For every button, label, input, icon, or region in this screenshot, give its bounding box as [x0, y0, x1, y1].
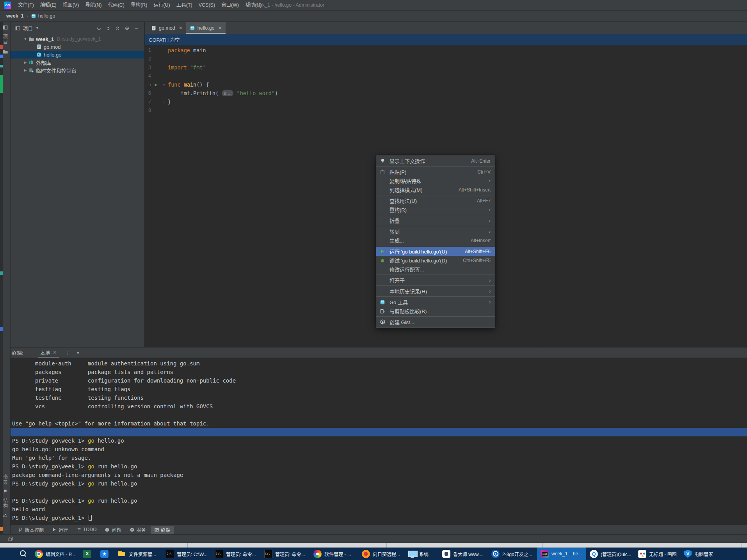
context-menu-item[interactable]: 折叠›	[376, 216, 495, 225]
fold-close-icon[interactable]: ▵	[161, 100, 166, 104]
chevron-collapsed-icon[interactable]: ▶	[22, 60, 28, 64]
chevron-down-icon[interactable]: ▼	[36, 26, 39, 30]
terminal-cursor[interactable]	[89, 515, 92, 521]
context-menu-item[interactable]: 与剪贴板比较(B)	[376, 307, 495, 315]
menubar-item[interactable]: 代码(C)	[105, 0, 128, 10]
submenu-arrow-icon: ›	[489, 207, 491, 213]
context-menu-item[interactable]: 转到›	[376, 227, 495, 236]
desktop-sliver	[0, 22, 3, 534]
taskbar-item-star[interactable]	[97, 548, 114, 560]
terminal-line: testfunc testing functions	[11, 393, 747, 402]
context-menu-item[interactable]: 调试 'go build hello.go'(D)Ctrl+Shift+F5	[376, 256, 495, 265]
terminal-tab-local[interactable]: 本地 ✕	[38, 347, 59, 358]
project-tool-icon[interactable]	[3, 25, 8, 30]
context-menu-item[interactable]: 显示上下文操作Alt+Enter	[376, 156, 495, 165]
tree-row-临时文件和控制台[interactable]: ▶临时文件和控制台	[11, 66, 144, 74]
menubar-item[interactable]: 文件(F)	[15, 0, 37, 10]
close-icon[interactable]: ✕	[179, 25, 183, 31]
taskbar-item-start[interactable]	[0, 548, 16, 560]
chevron-collapsed-icon[interactable]: ▶	[22, 68, 28, 72]
context-menu-item[interactable]: 生成...Alt+Insert	[376, 236, 495, 245]
context-menu-item[interactable]: 复制/粘贴特殊›	[376, 176, 495, 185]
dropdown-icon[interactable]: ▾	[77, 350, 80, 356]
taskbar-item-无标题 - 画图[interactable]: 无标题 - 画图	[635, 548, 681, 560]
menubar-item[interactable]: 导航(N)	[82, 0, 105, 10]
menubar-item[interactable]: 视图(V)	[60, 0, 82, 10]
taskbar-item-2-3go开发之...[interactable]: 2-3go开发之...	[488, 548, 537, 560]
menubar-item[interactable]: 运行(U)	[150, 0, 173, 10]
menubar-item[interactable]: 编辑(E)	[37, 0, 60, 10]
taskbar-item-管理员: C:\W...[interactable]: 管理员: C:\W...	[162, 548, 212, 560]
close-icon[interactable]: ✕	[53, 350, 57, 355]
tree-row-hello.go[interactable]: hello.go	[11, 51, 144, 58]
stripe-item-结构[interactable]: 结构	[2, 498, 9, 509]
context-menu-item[interactable]: 运行 'go build hello.go'(U)Alt+Shift+F6	[376, 247, 495, 256]
editor-gutter: 5▶▿	[145, 80, 167, 89]
context-menu-item[interactable]: 打开于›	[376, 276, 495, 285]
menubar-item[interactable]: VCS(S)	[196, 0, 218, 10]
code-segment: )	[275, 90, 278, 96]
hide-icon[interactable]	[134, 26, 139, 31]
taskbar-item-向日葵远程...[interactable]: 向日葵远程...	[358, 548, 404, 560]
stripe-project-label[interactable]: 项目	[2, 34, 9, 45]
stripe-item-书签[interactable]: 书签	[2, 474, 9, 485]
tree-row-go.mod[interactable]: go.mod	[11, 43, 144, 51]
context-menu-item[interactable]: 本地历史记录(H)›	[376, 287, 495, 296]
restore-windows-icon[interactable]	[8, 536, 13, 542]
menubar-item[interactable]: 重构(R)	[128, 0, 150, 10]
context-menu-item[interactable]: Go 工具›	[376, 298, 495, 307]
taskbar-item-excel[interactable]	[80, 548, 97, 560]
terminal-text: hello.go	[94, 438, 124, 444]
taskbar-item-文件资源管...[interactable]: 文件资源管...	[114, 548, 162, 560]
menu-item-label: 本地历史记录(H)	[390, 287, 481, 295]
editor-tab-go.mod[interactable]: go.mod✕	[148, 22, 186, 34]
context-menu-item[interactable]: 重构(R)›	[376, 205, 495, 214]
context-menu-item[interactable]: 列选择模式(M)Alt+Shift+Insert	[376, 185, 495, 194]
expand-all-icon[interactable]	[106, 26, 111, 31]
structure-icon[interactable]	[3, 513, 7, 517]
tree-row-外部库[interactable]: ▶外部库	[11, 58, 144, 66]
menubar-item[interactable]: 窗口(W)	[218, 0, 242, 10]
fold-open-icon[interactable]: ▿	[161, 83, 166, 87]
taskbar-item-search[interactable]	[16, 548, 31, 560]
taskbar-item-鲁大师 www....[interactable]: 鲁大师 www....	[439, 548, 488, 560]
menubar-item[interactable]: 工具(T)	[173, 0, 196, 10]
close-icon[interactable]: ✕	[218, 25, 222, 31]
bookmark-flag-icon[interactable]	[3, 489, 8, 494]
context-menu-item[interactable]: 创建 Gist...	[376, 317, 495, 326]
editor-tab-hello.go[interactable]: hello.go✕	[186, 22, 226, 34]
toolwindow-button-运行[interactable]: 运行	[48, 526, 71, 534]
taskbar-item-管理员: 命令...[interactable]: 管理员: 命令...	[212, 548, 261, 560]
code-line: 4	[145, 72, 747, 80]
sunflower-icon	[362, 550, 370, 558]
taskbar-item-管理员: 命令...[interactable]: 管理员: 命令...	[261, 548, 310, 560]
toolwindow-button-版本控制[interactable]: 版本控制	[14, 526, 47, 534]
toolwindow-button-TODO[interactable]: TODO	[73, 526, 100, 533]
context-menu-item[interactable]: 查找用法(U)Alt+F7	[376, 196, 495, 205]
toolwindow-button-终端[interactable]: 终端	[151, 526, 174, 534]
toolwindow-button-服务[interactable]: 服务	[126, 526, 149, 534]
project-panel-title[interactable]: 项目	[23, 25, 33, 32]
taskbar-item-系统[interactable]: 系统	[404, 548, 439, 560]
locate-icon[interactable]	[96, 26, 101, 31]
terminal-output[interactable]: module-auth module authentication using …	[11, 358, 747, 522]
chevron-expanded-icon[interactable]: ▼	[22, 37, 28, 41]
taskbar-item-(管理员)Quic...[interactable]: (管理员)Quic...	[586, 548, 635, 560]
settings-icon[interactable]	[124, 26, 130, 31]
context-menu-item[interactable]: 修改运行配置...	[376, 265, 495, 274]
taskbar-item-编辑文档 - P...[interactable]: 编辑文档 - P...	[31, 548, 80, 560]
folder-icon[interactable]	[2, 49, 8, 55]
run-gutter-icon[interactable]: ▶	[151, 83, 161, 87]
breadcrumb-file[interactable]: hello.go	[38, 13, 55, 19]
context-menu-item[interactable]: 粘贴(P)Ctrl+V	[376, 167, 495, 176]
taskbar-item-week_1 – he...[interactable]: week_1 – he...	[537, 548, 586, 560]
add-tab-icon[interactable]: ＋	[66, 349, 71, 356]
toolwindow-button-问题[interactable]: 问题	[101, 526, 124, 534]
taskbar-item-软件管理 - ...[interactable]: 软件管理 - ...	[310, 548, 358, 560]
tree-row-week_1[interactable]: ▼week_1D:\study_go\week_1	[11, 35, 144, 43]
collapse-all-icon[interactable]	[115, 26, 120, 31]
submenu-arrow-icon: ›	[489, 218, 491, 223]
taskbar-item-电脑管家[interactable]: 电脑管家	[681, 548, 723, 560]
breadcrumb-project[interactable]: week_1	[6, 13, 23, 19]
taskbar-item-label: 向日葵远程...	[373, 551, 400, 557]
